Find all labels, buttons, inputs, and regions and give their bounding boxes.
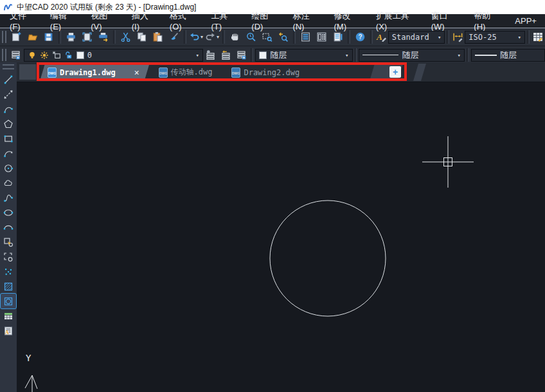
layer-freeze-sun-icon[interactable] [40,51,49,60]
point-tool[interactable] [1,264,16,279]
open-icon[interactable] [24,30,40,44]
pan-icon[interactable] [227,30,243,44]
ucs-y-axis-label: Y [26,353,31,363]
menu-item[interactable]: 文件(F) [1,14,42,28]
menu-item[interactable]: 插入(I) [123,14,161,28]
save-icon[interactable] [40,30,57,44]
toolbar-grip[interactable] [2,49,6,61]
insert-block-tool[interactable] [1,235,16,249]
circle-tool[interactable] [1,161,16,175]
toolbar-grip[interactable] [2,31,6,43]
plot-icon[interactable] [95,30,111,44]
ucs-icon [25,375,37,392]
redo-icon[interactable]: ▾ [204,30,220,44]
standard-toolbar: ▾ ▾ [0,28,545,46]
text-style-combobox[interactable]: Standard ▾ [388,31,445,44]
layer-color-swatch[interactable] [76,51,84,59]
table-tool[interactable] [1,308,16,323]
construction-line-tool[interactable] [1,87,16,102]
drawing-canvas[interactable]: Y [17,82,545,392]
linetype-control-combobox[interactable]: 随层 ▾ [359,49,465,62]
menu-item[interactable]: 编辑(E) [42,14,82,28]
arc-tool[interactable] [1,146,16,161]
toolbar-separator [355,48,357,62]
make-object-layer-current-icon[interactable] [203,48,219,62]
document-tab[interactable]: DWG 传动轴.dwg [151,64,223,81]
hatch-tool[interactable] [1,279,16,294]
dropdown-caret-icon[interactable]: ▾ [201,34,203,40]
spline-tool[interactable] [1,190,16,205]
dimension-style-icon[interactable] [451,30,465,44]
chevron-down-icon[interactable]: ▾ [345,52,348,58]
menu-item[interactable]: 修改(M) [325,14,367,28]
toolbar-grip[interactable] [3,64,14,69]
tab-label: Drawing2.dwg [244,68,299,77]
viewport-freeze-icon[interactable] [52,51,61,60]
design-center-icon[interactable] [314,30,330,44]
dimension-style-combobox[interactable]: ISO-25 ▾ [465,31,525,44]
print-preview-icon[interactable] [79,30,95,44]
menu-item[interactable]: 标注(N) [284,14,325,28]
undo-icon[interactable]: ▾ [188,30,204,44]
menu-item[interactable]: 绘图(D) [243,14,284,28]
chevron-down-icon[interactable]: ▾ [458,52,461,58]
layer-on-bulb-icon[interactable] [28,51,37,60]
crosshair-cursor [422,136,474,188]
layer-unlock-icon[interactable] [64,51,73,60]
table-style-icon[interactable] [532,30,545,44]
dwg-file-icon: DWG [48,67,57,78]
text-style-icon[interactable] [375,30,388,44]
chevron-down-icon[interactable]: ▾ [438,34,441,40]
tool-palettes-icon[interactable] [330,30,346,44]
help-icon[interactable] [352,30,368,44]
cut-icon[interactable] [118,30,134,44]
menu-item[interactable]: 扩展工具(X) [368,14,423,28]
menu-item[interactable]: 窗口(W) [423,14,466,28]
dropdown-caret-icon[interactable]: ▾ [217,34,219,40]
zoom-window-icon[interactable] [259,30,275,44]
zoom-previous-icon[interactable] [275,30,291,44]
ellipse-arc-tool[interactable] [1,220,16,235]
menu-item[interactable]: 视图(V) [82,14,123,28]
menu-item[interactable]: 工具(T) [203,14,244,28]
new-icon[interactable] [8,30,24,44]
menu-item[interactable]: 格式(O) [161,14,203,28]
new-tab-button[interactable]: + [389,66,401,78]
svg-text:DWG: DWG [48,71,56,75]
color-value: 随层 [270,49,287,61]
document-tab[interactable]: DWG Drawing1.dwg ✕ [40,64,150,81]
toolbar-separator [293,30,296,44]
layer-states-manager-icon[interactable] [233,48,249,62]
lineweight-control-combobox[interactable]: 随层 [471,49,545,62]
svg-text:DWG: DWG [232,71,240,75]
revision-cloud-tool[interactable] [1,175,16,190]
rectangle-tool[interactable] [1,131,16,146]
copy-icon[interactable] [134,30,150,44]
print-icon[interactable] [63,30,79,44]
drawn-circle[interactable] [270,200,386,316]
layer-properties-manager-icon[interactable] [8,48,24,62]
line-tool[interactable] [1,72,16,87]
polyline-tool[interactable] [1,102,16,116]
make-block-tool[interactable] [1,249,16,264]
match-properties-icon[interactable] [166,30,182,44]
region-tool[interactable] [1,294,16,308]
properties-palette-icon[interactable] [298,30,314,44]
mtext-tool[interactable] [1,323,16,338]
document-tab[interactable]: DWG Drawing2.dwg [224,64,310,81]
tab-close-icon[interactable]: ✕ [134,67,139,77]
chevron-down-icon[interactable]: ▾ [195,52,199,58]
tabbar-spacer [413,64,426,81]
color-control-combobox[interactable]: 随层 ▾ [255,49,352,62]
ellipse-tool[interactable] [1,205,16,220]
zoom-realtime-icon[interactable] [243,30,259,44]
layer-previous-icon[interactable] [219,48,234,62]
layer-combobox[interactable]: 0 ▾ [24,49,203,62]
menu-item[interactable]: APP+ [506,14,545,28]
toolbar-separator [222,30,225,44]
paste-icon[interactable] [150,30,166,44]
menu-item[interactable]: 帮助(H) [465,14,506,28]
polygon-tool[interactable] [1,116,16,131]
chevron-down-icon[interactable]: ▾ [518,34,521,40]
tab-label: 传动轴.dwg [171,67,213,78]
